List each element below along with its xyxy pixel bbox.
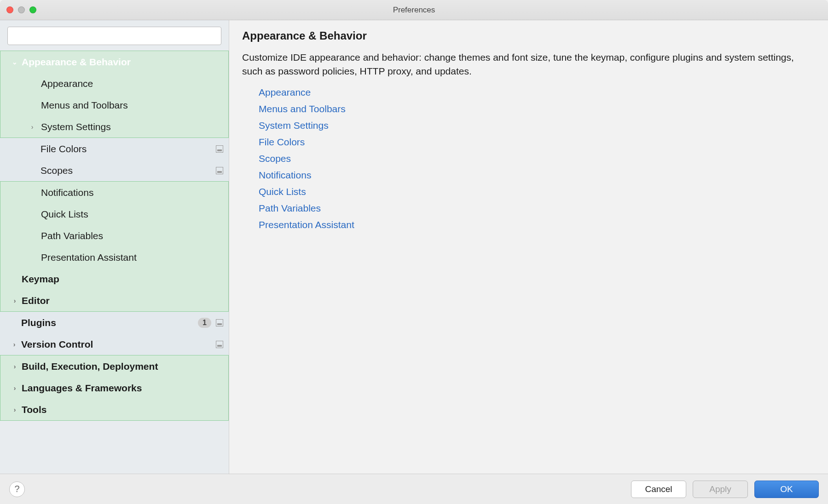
tree-item-label: Languages & Frameworks: [22, 383, 142, 394]
tree-item-scopes[interactable]: Scopes: [0, 160, 229, 181]
settings-link-scopes[interactable]: Scopes: [259, 153, 815, 164]
settings-link-quick-lists[interactable]: Quick Lists: [259, 186, 815, 197]
tree-item-label: Path Variables: [41, 230, 103, 241]
tree-item-label: Tools: [22, 404, 46, 415]
search-box: ▾: [7, 27, 221, 45]
settings-tree: ⌄Appearance & BehaviorAppearanceMenus an…: [0, 51, 229, 474]
tree-item-label: Notifications: [41, 187, 93, 198]
chevron-right-icon: ›: [11, 384, 19, 392]
chevron-down-icon: ⌄: [11, 58, 19, 66]
tree-item-quick-lists[interactable]: Quick Lists: [0, 203, 228, 225]
project-level-icon: [216, 341, 223, 348]
tree-item-build-execution-deployment[interactable]: ›Build, Execution, Deployment: [0, 355, 228, 377]
tree-item-notifications[interactable]: Notifications: [0, 182, 228, 203]
tree-item-label: Appearance: [41, 78, 93, 89]
ok-button[interactable]: OK: [754, 481, 819, 498]
tree-item-path-variables[interactable]: Path Variables: [0, 225, 228, 246]
tree-item-presentation-assistant[interactable]: Presentation Assistant: [0, 246, 228, 268]
settings-link-system-settings[interactable]: System Settings: [259, 120, 815, 131]
tree-item-tools[interactable]: ›Tools: [0, 399, 228, 420]
titlebar: Preferences: [0, 0, 828, 20]
tree-item-file-colors[interactable]: File Colors: [0, 138, 229, 160]
chevron-right-icon: ›: [11, 297, 19, 304]
tree-group: Plugins1›Version Control: [0, 312, 229, 355]
tree-item-version-control[interactable]: ›Version Control: [0, 333, 229, 355]
project-level-icon: [216, 167, 223, 174]
chevron-right-icon: ›: [10, 341, 18, 348]
tree-item-label: Version Control: [21, 339, 93, 350]
tree-item-plugins[interactable]: Plugins1: [0, 312, 229, 333]
tree-item-label: System Settings: [41, 121, 111, 132]
page-title: Appearance & Behavior: [242, 29, 815, 42]
tree-item-label: File Colors: [41, 143, 87, 155]
tree-item-languages-frameworks[interactable]: ›Languages & Frameworks: [0, 377, 228, 399]
dialog-footer: ? Cancel Apply OK: [0, 474, 828, 504]
tree-item-system-settings[interactable]: ›System Settings: [0, 116, 228, 137]
tree-item-label: Build, Execution, Deployment: [22, 361, 158, 372]
help-button[interactable]: ?: [9, 481, 25, 497]
settings-link-appearance[interactable]: Appearance: [259, 87, 815, 98]
page-description: Customize IDE appearance and behavior: c…: [242, 51, 815, 79]
help-icon: ?: [14, 484, 19, 494]
tree-item-label: Quick Lists: [41, 209, 88, 220]
tree-item-editor[interactable]: ›Editor: [0, 290, 228, 311]
settings-link-notifications[interactable]: Notifications: [259, 170, 815, 181]
settings-link-path-variables[interactable]: Path Variables: [259, 203, 815, 214]
tree-group: ›Build, Execution, Deployment›Languages …: [0, 355, 229, 421]
tree-item-appearance[interactable]: Appearance: [0, 73, 228, 94]
tree-group: File ColorsScopes: [0, 138, 229, 181]
tree-item-label: Plugins: [21, 317, 56, 328]
tree-item-appearance-behavior[interactable]: ⌄Appearance & Behavior: [0, 51, 228, 73]
sidebar: ▾ ⌄Appearance & BehaviorAppearanceMenus …: [0, 20, 229, 474]
settings-link-menus-and-toolbars[interactable]: Menus and Toolbars: [259, 103, 815, 115]
cancel-button[interactable]: Cancel: [631, 481, 686, 498]
chevron-right-icon: ›: [11, 406, 19, 413]
apply-button[interactable]: Apply: [693, 481, 748, 498]
tree-item-label: Editor: [22, 295, 50, 306]
tree-item-label: Scopes: [41, 165, 73, 176]
preferences-window: Preferences ▾ ⌄Appearance & BehaviorAppe…: [0, 0, 828, 504]
main-panel: Appearance & Behavior Customize IDE appe…: [229, 20, 828, 474]
tree-group: ⌄Appearance & BehaviorAppearanceMenus an…: [0, 51, 229, 138]
tree-item-keymap[interactable]: Keymap: [0, 268, 228, 290]
preferences-body: ▾ ⌄Appearance & BehaviorAppearanceMenus …: [0, 20, 828, 474]
count-badge: 1: [198, 318, 211, 328]
settings-link-presentation-assistant[interactable]: Presentation Assistant: [259, 219, 815, 230]
tree-item-label: Appearance & Behavior: [22, 57, 131, 68]
tree-item-label: Presentation Assistant: [41, 252, 137, 263]
window-title: Preferences: [0, 6, 828, 15]
project-level-icon: [216, 145, 223, 153]
settings-link-file-colors[interactable]: File Colors: [259, 137, 815, 148]
settings-link-list: AppearanceMenus and ToolbarsSystem Setti…: [242, 87, 815, 236]
tree-item-label: Keymap: [22, 274, 59, 285]
tree-item-menus-and-toolbars[interactable]: Menus and Toolbars: [0, 94, 228, 116]
chevron-right-icon: ›: [28, 123, 36, 131]
search-input[interactable]: [7, 27, 221, 45]
project-level-icon: [216, 319, 223, 326]
tree-item-label: Menus and Toolbars: [41, 100, 128, 111]
chevron-right-icon: ›: [11, 363, 19, 370]
tree-group: NotificationsQuick ListsPath VariablesPr…: [0, 181, 229, 312]
